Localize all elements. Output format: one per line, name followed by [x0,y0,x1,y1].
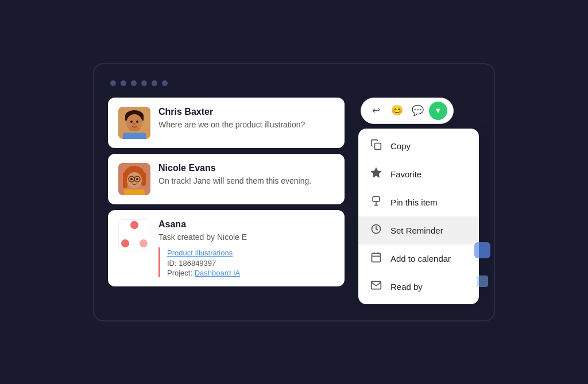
message-content-chris: Chris Baxter Where are we on the product… [158,107,334,131]
message-text-chris: Where are we on the product illustration… [158,119,334,131]
blue-accent-1 [474,242,490,258]
chat-icon: 💬 [412,104,424,117]
app-window: Chris Baxter Where are we on the product… [93,63,495,321]
svg-point-18 [136,178,138,180]
message-card-chris: Chris Baxter Where are we on the product… [108,98,345,148]
more-button[interactable]: ▼ [429,102,447,120]
blue-accent-2 [477,276,488,287]
chevron-down-icon: ▼ [435,106,442,115]
message-text-nicole: On track! Jane will send them this eveni… [158,176,334,187]
menu-item-pin[interactable]: Pin this item [358,188,479,216]
pin-icon [370,195,382,210]
menu-item-readby[interactable]: Read by [358,273,479,301]
dots-decoration [108,80,480,86]
calendar-icon [370,251,382,266]
menu-item-favorite[interactable]: Favorite [358,160,479,188]
svg-rect-11 [123,172,127,188]
reply-icon: ↩ [372,104,380,117]
dot [110,80,116,86]
menu-item-copy[interactable]: Copy [358,132,479,160]
sender-name-asana: Asana [158,219,334,230]
avatar-asana [118,219,150,251]
svg-point-17 [130,178,133,180]
readby-label: Read by [390,282,423,292]
context-menu: Copy Favorite [358,129,479,304]
asana-link-1[interactable]: Product Illustrations [167,247,334,258]
dot [152,80,157,86]
copy-icon [370,139,382,153]
main-content: Chris Baxter Where are we on the product… [108,98,480,304]
asana-subtitle: Task created by Nicole E [158,232,334,243]
emoji-icon: 😊 [391,104,403,117]
sender-name-chris: Chris Baxter [158,107,334,117]
svg-rect-26 [372,253,381,262]
message-content-asana: Asana Task created by Nicole E Product I… [158,219,334,278]
dot [162,80,168,86]
dot [131,80,137,86]
message-list: Chris Baxter Where are we on the product… [108,98,345,304]
copy-label: Copy [390,141,411,151]
message-card-nicole: Nicole Evans On track! Jane will send th… [108,154,345,204]
svg-point-7 [133,123,136,125]
star-icon [370,167,382,181]
svg-rect-8 [129,127,140,131]
message-toolbar: ↩ 😊 💬 ▼ [361,98,454,124]
dashboard-ia-link[interactable]: Dashboard IA [195,269,241,277]
favorite-label: Favorite [390,169,421,179]
asana-id: ID: 186849397 [167,259,334,267]
avatar-chris [118,107,150,139]
svg-rect-4 [123,133,146,139]
asana-dot-top [130,221,138,229]
asana-dot-left [121,239,129,247]
svg-marker-21 [372,168,381,177]
svg-rect-22 [373,196,380,201]
svg-point-6 [136,121,138,123]
asana-details: Product Illustrations ID: 186849397 Proj… [158,247,334,277]
svg-rect-12 [141,172,146,186]
asana-dot-right [140,239,148,247]
svg-rect-20 [375,143,381,149]
reminder-label: Set Reminder [390,226,443,235]
emoji-button[interactable]: 😊 [388,102,406,120]
context-area: ↩ 😊 💬 ▼ [354,98,480,304]
dot [141,80,147,86]
readby-icon [370,280,382,294]
menu-item-calendar[interactable]: Add to calendar [358,245,479,273]
product-illustrations-link[interactable]: Product Illustrations [167,249,233,257]
reply-button[interactable]: ↩ [367,102,385,120]
message-card-asana: Asana Task created by Nicole E Product I… [108,210,345,287]
reminder-icon [370,223,382,238]
message-content-nicole: Nicole Evans On track! Jane will send th… [158,163,334,187]
mention-button[interactable]: 💬 [408,102,427,120]
asana-project: Project: Dashboard IA [167,269,334,277]
svg-rect-19 [124,189,145,195]
dot [121,80,126,86]
sender-name-nicole: Nicole Evans [158,163,334,173]
avatar-nicole [118,163,150,195]
calendar-label: Add to calendar [390,254,451,263]
menu-item-reminder[interactable]: Set Reminder [358,216,479,245]
svg-point-5 [130,121,133,123]
pin-label: Pin this item [390,197,438,207]
